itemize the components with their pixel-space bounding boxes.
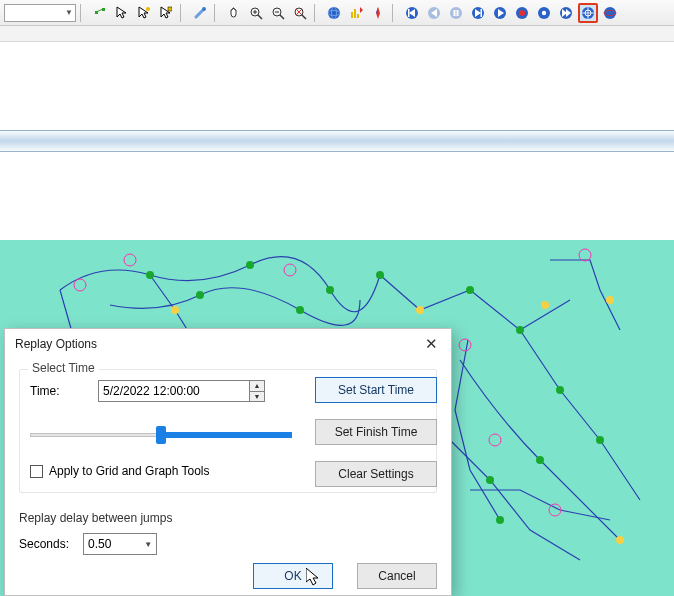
svg-point-62 bbox=[466, 286, 474, 294]
svg-point-77 bbox=[416, 306, 424, 314]
svg-rect-40 bbox=[481, 9, 483, 17]
seconds-value: 0.50 bbox=[88, 537, 111, 551]
toolbar-separator bbox=[180, 4, 186, 22]
svg-point-59 bbox=[196, 291, 204, 299]
main-toolbar: ▼ bbox=[0, 0, 674, 26]
dialog-title: Replay Options bbox=[15, 337, 97, 351]
svg-point-61 bbox=[376, 271, 384, 279]
element-select-icon[interactable] bbox=[90, 3, 110, 23]
zoom-extent-icon[interactable] bbox=[290, 3, 310, 23]
svg-line-11 bbox=[258, 15, 262, 19]
svg-point-67 bbox=[536, 456, 544, 464]
svg-marker-27 bbox=[360, 7, 363, 13]
slider-fill bbox=[161, 432, 292, 438]
arrow-hover-icon[interactable] bbox=[134, 3, 154, 23]
play-icon[interactable] bbox=[490, 3, 510, 23]
svg-rect-7 bbox=[168, 7, 172, 11]
toolbar-combo[interactable]: ▼ bbox=[4, 4, 76, 22]
compass-icon[interactable] bbox=[368, 3, 388, 23]
sub-toolbar-strip bbox=[0, 26, 674, 42]
chevron-down-icon: ▼ bbox=[144, 540, 152, 549]
record-alt-icon[interactable] bbox=[534, 3, 554, 23]
pause-icon[interactable] bbox=[446, 3, 466, 23]
svg-line-15 bbox=[280, 15, 284, 19]
svg-point-68 bbox=[496, 516, 504, 524]
svg-line-2 bbox=[96, 9, 103, 12]
svg-point-35 bbox=[450, 7, 462, 19]
zoom-out-icon[interactable] bbox=[268, 3, 288, 23]
replay-delay-group: Replay delay between jumps Seconds: 0.50… bbox=[19, 511, 437, 555]
marker-icon[interactable] bbox=[578, 3, 598, 23]
svg-point-54 bbox=[604, 7, 616, 19]
section-divider-bar bbox=[0, 130, 674, 152]
toolbar-separator bbox=[392, 4, 398, 22]
stepper-up-icon[interactable]: ▲ bbox=[250, 381, 264, 392]
set-finish-time-button[interactable]: Set Finish Time bbox=[315, 419, 437, 445]
close-icon[interactable]: ✕ bbox=[417, 333, 445, 355]
step-back-icon[interactable] bbox=[424, 3, 444, 23]
time-field-label: Time: bbox=[30, 384, 80, 398]
arrow-pointer-icon[interactable] bbox=[112, 3, 132, 23]
cancel-button[interactable]: Cancel bbox=[357, 563, 437, 589]
svg-point-5 bbox=[146, 7, 150, 11]
svg-point-60 bbox=[296, 306, 304, 314]
svg-marker-3 bbox=[117, 7, 126, 18]
clear-settings-button[interactable]: Clear Settings bbox=[315, 461, 437, 487]
svg-point-78 bbox=[606, 296, 614, 304]
seconds-combo[interactable]: 0.50 ▼ bbox=[83, 533, 157, 555]
svg-line-18 bbox=[302, 15, 306, 19]
toolbar-separator bbox=[314, 4, 320, 22]
svg-rect-32 bbox=[408, 9, 410, 17]
svg-point-58 bbox=[326, 286, 334, 294]
apply-grid-checkbox[interactable] bbox=[30, 465, 43, 478]
time-input[interactable] bbox=[98, 380, 250, 402]
svg-point-63 bbox=[516, 326, 524, 334]
svg-point-44 bbox=[519, 10, 525, 16]
select-time-label: Select Time bbox=[28, 361, 99, 375]
svg-rect-24 bbox=[351, 12, 353, 18]
paintbrush-icon[interactable] bbox=[190, 3, 210, 23]
zoom-in-icon[interactable] bbox=[246, 3, 266, 23]
svg-point-66 bbox=[486, 476, 494, 484]
globe-icon[interactable] bbox=[324, 3, 344, 23]
svg-point-9 bbox=[202, 7, 206, 11]
ok-button[interactable]: OK bbox=[253, 563, 333, 589]
time-slider[interactable] bbox=[30, 426, 292, 444]
toolbar-separator bbox=[80, 4, 86, 22]
svg-point-57 bbox=[246, 261, 254, 269]
svg-point-46 bbox=[542, 10, 546, 14]
svg-point-79 bbox=[616, 536, 624, 544]
time-stepper[interactable]: ▲ ▼ bbox=[250, 380, 265, 402]
svg-point-80 bbox=[541, 301, 549, 309]
arrow-click-icon[interactable] bbox=[156, 3, 176, 23]
globe-stats-icon[interactable] bbox=[346, 3, 366, 23]
skip-back-icon[interactable] bbox=[402, 3, 422, 23]
step-forward-icon[interactable] bbox=[468, 3, 488, 23]
svg-point-56 bbox=[146, 271, 154, 279]
slider-thumb[interactable] bbox=[156, 426, 166, 444]
svg-line-8 bbox=[196, 10, 203, 17]
set-start-time-button[interactable]: Set Start Time bbox=[315, 377, 437, 403]
svg-point-65 bbox=[596, 436, 604, 444]
globe-replay-icon[interactable] bbox=[600, 3, 620, 23]
toolbar-separator bbox=[214, 4, 220, 22]
svg-rect-37 bbox=[457, 10, 459, 16]
dialog-titlebar[interactable]: Replay Options ✕ bbox=[5, 329, 451, 359]
skip-forward-icon[interactable] bbox=[556, 3, 576, 23]
record-icon[interactable] bbox=[512, 3, 532, 23]
seconds-field-label: Seconds: bbox=[19, 537, 69, 551]
svg-marker-29 bbox=[376, 7, 378, 13]
replay-delay-label: Replay delay between jumps bbox=[19, 511, 437, 525]
svg-rect-26 bbox=[357, 14, 359, 18]
svg-point-64 bbox=[556, 386, 564, 394]
svg-point-76 bbox=[171, 306, 179, 314]
replay-options-dialog: Replay Options ✕ Select Time Time: ▲ ▼ bbox=[4, 328, 452, 596]
apply-grid-label: Apply to Grid and Graph Tools bbox=[49, 464, 210, 478]
pan-hand-icon[interactable] bbox=[224, 3, 244, 23]
stepper-down-icon[interactable]: ▼ bbox=[250, 392, 264, 402]
svg-rect-25 bbox=[354, 9, 356, 18]
svg-rect-36 bbox=[454, 10, 456, 16]
svg-point-21 bbox=[328, 7, 340, 19]
